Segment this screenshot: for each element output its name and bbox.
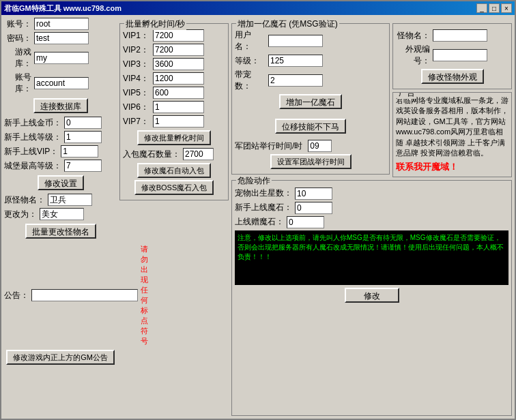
gamedb-row: 游戏库：: [4, 46, 117, 70]
vip3-row: VIP3：: [123, 58, 225, 70]
city-level-row: 城堡最高等级：: [4, 160, 117, 172]
demon-username-label: 用户名：: [235, 29, 266, 52]
connect-db-button[interactable]: 连接数据库: [33, 98, 88, 113]
newline-demon-row: 新手上线魔石：: [235, 202, 508, 214]
modify-monster-button[interactable]: 修改怪物外观: [421, 69, 484, 84]
add-demon-title: 增加一亿魔石 (凭MSG验证): [236, 18, 339, 30]
newbie-gold-row: 新手上线金币：: [4, 117, 117, 129]
main-content: 账号： 密码： 游戏库： 账号库： 连接数据库 新手上线金币：: [1, 15, 515, 419]
vip2-row: VIP2：: [123, 44, 225, 56]
right-sidebar: 怪物名： 外观编号： 修改怪物外观 广告 君临网络专业魔域私服: [392, 18, 512, 177]
demon-username-row: 用户名：: [235, 29, 386, 52]
accountdb-input[interactable]: [34, 77, 89, 89]
close-button[interactable]: ×: [501, 3, 512, 13]
original-monster-label: 原怪物名：: [4, 194, 45, 206]
account-row: 账号：: [4, 18, 117, 30]
demon-username-input[interactable]: [268, 35, 323, 47]
modify-stone-auto-button[interactable]: 修改魔石自动入包: [137, 163, 211, 178]
modify-settings-button[interactable]: 修改设置: [38, 175, 84, 190]
stone-input[interactable]: [183, 148, 214, 160]
password-input[interactable]: [34, 32, 89, 44]
add-demon-group: 增加一亿魔石 (凭MSG验证) 用户名： 等级： 带宠数：: [231, 23, 390, 175]
army-time-label: 军团站举行时间/时: [235, 140, 302, 152]
modify-boss-stone-button[interactable]: 修改BOSS魔石入包: [134, 180, 214, 195]
army-btn[interactable]: 设置军团战举行时间: [270, 154, 352, 169]
ad-title: 广告: [397, 92, 416, 99]
account-label: 账号：: [4, 18, 31, 30]
monster-group: 怪物名： 外观编号： 修改怪物外观: [392, 23, 512, 89]
batch-hatch-column: 批量孵化时间/秒 VIP1： VIP2： VIP3： VIP4：: [119, 18, 229, 416]
original-monster-input[interactable]: [48, 194, 92, 206]
modify-notice-button[interactable]: 修改游戏内正上方的GM公告: [6, 350, 115, 365]
newbie-level-input[interactable]: [64, 131, 102, 143]
window-title: 君临GM特殊工具 www.uc798.com: [4, 3, 121, 14]
maximize-button[interactable]: □: [489, 3, 500, 13]
danger-title: 危险动作: [236, 175, 272, 187]
password-label: 密码：: [4, 33, 31, 44]
vip4-input[interactable]: [153, 72, 204, 85]
minimize-button[interactable]: _: [476, 3, 487, 13]
vip6-label: VIP6：: [123, 102, 150, 113]
newbie-vip-input[interactable]: [61, 145, 98, 158]
vip7-row: VIP7：: [123, 115, 225, 127]
vip3-label: VIP3：: [123, 59, 150, 70]
vip5-row: VIP5：: [123, 87, 225, 99]
main-window: 君临GM特殊工具 www.uc798.com _ □ × 账号： 密码： 游戏库…: [0, 0, 516, 420]
pet-star-label: 宠物出生星数：: [235, 188, 292, 199]
gamedb-input[interactable]: [34, 52, 89, 64]
demon-level-input[interactable]: [268, 55, 323, 67]
ad-contact: 联系我开魔域！: [396, 161, 508, 173]
monster-name-input[interactable]: [433, 29, 487, 42]
appearance-input[interactable]: [433, 49, 487, 61]
pet-star-input[interactable]: [295, 188, 332, 200]
top-right: 增加一亿魔石 (凭MSG验证) 用户名： 等级： 带宠数：: [231, 18, 512, 177]
title-bar: 君临GM特殊工具 www.uc798.com _ □ ×: [1, 1, 515, 15]
army-time-input[interactable]: [308, 140, 332, 152]
demon-level-label: 等级：: [235, 55, 266, 67]
batch-change-monster-button[interactable]: 批量更改怪物名: [25, 224, 96, 239]
stone-row: 入包魔石数量：: [123, 148, 225, 160]
demon-level-row: 等级：: [235, 55, 386, 67]
move-skill-button[interactable]: 位移技能不下马: [275, 119, 346, 134]
vip5-input[interactable]: [153, 87, 204, 99]
demon-petcount-label: 带宠数：: [235, 69, 266, 92]
ad-text: 君临网络专业魔域私服一条龙，游戏英设备服务器相用，版本制作，网站建设，GM工具等…: [396, 95, 508, 158]
add-demon-button[interactable]: 增加一亿魔石: [279, 94, 342, 109]
army-time-row: 军团站举行时间/时: [235, 140, 386, 152]
newbie-gold-label: 新手上线金币：: [4, 117, 61, 129]
online-gift-input[interactable]: [287, 216, 324, 228]
original-monster-row: 原怪物名：: [4, 194, 117, 206]
modify-batch-hatch-button[interactable]: 修改批量孵化时间: [137, 130, 211, 145]
change-to-input[interactable]: [40, 208, 84, 220]
online-gift-row: 上线赠魔石：: [235, 216, 508, 228]
vip5-label: VIP5：: [123, 87, 150, 99]
newbie-level-label: 新手上线等级：: [4, 132, 61, 143]
vip2-input[interactable]: [153, 44, 204, 56]
newline-demon-input[interactable]: [295, 202, 332, 214]
danger-modify-button[interactable]: 修改: [345, 288, 399, 303]
vip7-input[interactable]: [153, 115, 204, 127]
demon-petcount-input[interactable]: [268, 74, 323, 87]
newline-demon-label: 新手上线魔石：: [235, 202, 292, 213]
bottom-right: 危险动作 宠物出生星数： 新手上线魔石： 上线赠魔石： 注意，修改以上选: [231, 180, 512, 416]
account-input[interactable]: [34, 18, 89, 30]
danger-group: 危险动作 宠物出生星数： 新手上线魔石： 上线赠魔石： 注意，修改以上选: [231, 180, 512, 416]
monster-name-row: 怪物名：: [396, 29, 508, 42]
change-to-label: 更改为：: [4, 209, 37, 220]
vip1-label: VIP1：: [123, 30, 150, 42]
demon-petcount-row: 带宠数：: [235, 69, 386, 92]
newbie-vip-row: 新手上线VIP：: [4, 145, 117, 158]
notice-warning-text: 注意，修改以上选项前，请先叫人你MSG是否有待无限，MSG修改魔石是否需要验证，…: [238, 234, 504, 260]
window-controls: _ □ ×: [476, 3, 512, 13]
left-column: 账号： 密码： 游戏库： 账号库： 连接数据库 新手上线金币：: [4, 18, 117, 416]
newbie-gold-input[interactable]: [64, 117, 102, 129]
add-demon-box: 增加一亿魔石 (凭MSG验证) 用户名： 等级： 带宠数：: [231, 18, 390, 177]
vip1-row: VIP1：: [123, 29, 225, 42]
city-level-input[interactable]: [64, 160, 102, 172]
appearance-row: 外观编号：: [396, 44, 508, 67]
right-area: 增加一亿魔石 (凭MSG验证) 用户名： 等级： 带宠数：: [231, 18, 512, 416]
vip1-input[interactable]: [153, 29, 204, 42]
vip6-input[interactable]: [153, 101, 204, 113]
vip3-input[interactable]: [153, 58, 204, 70]
pet-star-row: 宠物出生星数：: [235, 188, 508, 200]
